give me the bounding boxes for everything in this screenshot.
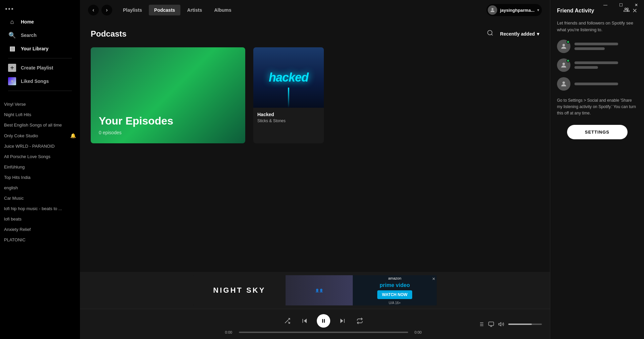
library-item[interactable]: PLATONIC	[0, 235, 80, 245]
sidebar-item-library[interactable]: ▤ Your Library	[4, 42, 76, 55]
minimize-button[interactable]: —	[598, 0, 613, 10]
sidebar-divider-2	[8, 91, 72, 91]
library-item[interactable]: Car Music	[0, 193, 80, 203]
close-button[interactable]: ✕	[629, 0, 644, 10]
your-episodes-card[interactable]: Your Episodes 0 episodes	[91, 47, 245, 143]
maximize-button[interactable]: ☐	[613, 0, 629, 10]
your-episodes-count: 0 episodes	[99, 130, 237, 135]
friend-text-line	[574, 47, 605, 50]
forward-button[interactable]: ›	[101, 5, 112, 15]
previous-button[interactable]	[299, 316, 310, 326]
svg-point-1	[487, 31, 492, 35]
sidebar-home-label: Home	[21, 19, 34, 25]
tab-podcasts[interactable]: Podcasts	[149, 5, 180, 15]
tab-artists[interactable]: Artists	[182, 5, 207, 15]
library-icon: ▤	[8, 45, 16, 53]
library-item[interactable]: Vinyl Verse	[0, 99, 80, 109]
friend-avatar-1	[557, 40, 570, 53]
friend-activity-panel: Friend Activity ✕ Let friends and follow…	[550, 0, 644, 339]
user-menu-button[interactable]: jaysinghparma... ▾	[486, 4, 542, 16]
ad-image: 👤👤	[286, 275, 353, 305]
tab-albums[interactable]: Albums	[209, 5, 237, 15]
friend-info-2	[574, 61, 637, 69]
svg-rect-8	[324, 319, 325, 323]
library-item-only-coke[interactable]: Only Coke Studio 🔔	[0, 130, 80, 141]
friend-item-1	[557, 40, 637, 53]
shuffle-button[interactable]	[282, 316, 293, 326]
back-button[interactable]: ‹	[88, 5, 99, 15]
library-item[interactable]: Juice WRLD - PARANOID	[0, 141, 80, 151]
player-right	[478, 321, 542, 327]
content-controls: Recently added ▾	[485, 28, 539, 39]
search-icon-button[interactable]	[485, 28, 495, 39]
hacked-card[interactable]: hacked Hacked Sticks & Stones	[253, 47, 324, 143]
sidebar-item-search[interactable]: 🔍 Search	[4, 29, 76, 42]
main-layout: ⌂ Home 🔍 Search ▤ Your Library + Create …	[0, 0, 644, 339]
create-playlist-label: Create Playlist	[21, 65, 53, 70]
library-item[interactable]: Einfühlung	[0, 162, 80, 172]
hacked-image-text: hacked	[269, 70, 308, 85]
library-item[interactable]: english	[0, 183, 80, 193]
library-item[interactable]: All Porsche Love Songs	[0, 151, 80, 162]
library-item[interactable]: lofi hip hop music - beats to ...	[0, 203, 80, 214]
svg-point-21	[562, 44, 565, 46]
svg-rect-7	[322, 319, 323, 323]
content-area: Podcasts Recently added ▾	[80, 20, 550, 272]
ad-cta-button[interactable]: WATCH NOW	[377, 290, 412, 299]
ad-content: NIGHT SKY 👤👤 amazon prime video WATCH NO…	[193, 275, 437, 305]
friend-item-2	[557, 58, 637, 72]
next-button[interactable]	[337, 316, 348, 326]
liked-songs-action[interactable]: ♥ Liked Songs	[4, 75, 76, 88]
svg-marker-5	[304, 319, 306, 323]
friend-text-lines-2	[574, 61, 637, 69]
friend-text-line	[574, 83, 618, 85]
settings-button[interactable]: SETTINGS	[567, 125, 628, 139]
dot3	[11, 8, 13, 10]
library-list: Vinyl Verse Night Lofi Hits Best English…	[0, 96, 80, 339]
friend-text-line	[574, 66, 598, 69]
library-item[interactable]: Anxiety Relief	[0, 224, 80, 235]
progress-bar[interactable]	[239, 332, 408, 333]
library-item[interactable]: lofi beats	[0, 214, 80, 224]
library-item[interactable]: Top Hits India	[0, 172, 80, 183]
queue-button[interactable]	[478, 321, 484, 327]
library-item[interactable]: Night Lofi Hits	[0, 109, 80, 120]
user-avatar	[488, 5, 497, 15]
library-item-name: Anxiety Relief	[4, 227, 31, 232]
friend-avatar-3	[557, 77, 570, 91]
sidebar-item-home[interactable]: ⌂ Home	[4, 15, 76, 29]
friend-text-lines-1	[574, 43, 637, 50]
svg-point-0	[491, 8, 493, 10]
library-item-name: Einfühlung	[4, 164, 25, 170]
play-pause-button[interactable]	[317, 314, 330, 328]
player-buttons	[282, 314, 365, 328]
tab-playlists[interactable]: Playlists	[118, 5, 147, 15]
menu-dots[interactable]	[4, 5, 76, 15]
library-item-name: Night Lofi Hits	[4, 112, 31, 117]
library-item-name: Top Hits India	[4, 175, 31, 180]
library-item[interactable]: Best English Songs of all time	[0, 120, 80, 130]
nav-arrows: ‹ ›	[88, 5, 112, 15]
online-indicator-1	[566, 40, 570, 44]
volume-bar[interactable]	[508, 324, 542, 325]
ad-close-button[interactable]: ✕	[432, 277, 435, 281]
sort-dropdown[interactable]: Recently added ▾	[500, 31, 539, 37]
sort-dropdown-icon: ▾	[537, 31, 539, 37]
search-icon: 🔍	[8, 31, 16, 39]
ad-provider: amazon	[388, 276, 401, 280]
hacked-image: hacked	[253, 47, 324, 108]
online-indicator-2	[566, 59, 570, 62]
friend-avatar-2	[557, 58, 570, 72]
dot1	[5, 8, 7, 10]
player-bar: 0:00 0:00	[80, 309, 550, 339]
repeat-button[interactable]	[354, 316, 365, 326]
main-content: ‹ › Playlists Podcasts Artists Albums	[80, 0, 550, 339]
svg-point-22	[562, 63, 565, 65]
library-item-name: Car Music	[4, 196, 24, 201]
volume-button[interactable]	[498, 321, 504, 327]
create-playlist-action[interactable]: + Create Playlist	[4, 61, 76, 75]
podcast-grid: Your Episodes 0 episodes hacked Hacked S…	[91, 47, 539, 143]
devices-button[interactable]	[488, 321, 494, 327]
sidebar-top: ⌂ Home 🔍 Search ▤ Your Library + Create …	[0, 0, 80, 96]
user-name: jaysinghparma...	[500, 8, 534, 13]
